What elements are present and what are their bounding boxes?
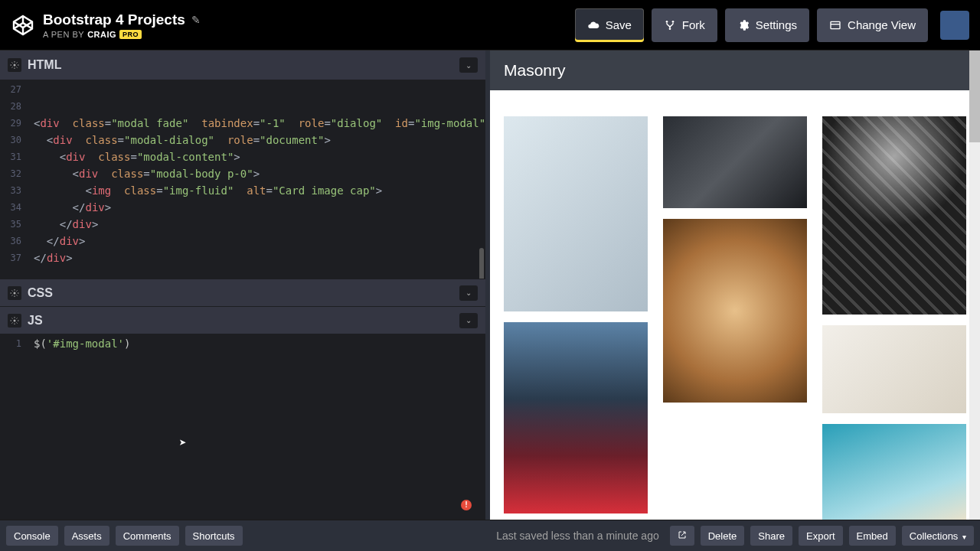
js-panel-header[interactable]: JS ⌄ <box>0 306 485 334</box>
masonry-image[interactable] <box>504 322 648 514</box>
gear-icon <box>737 19 750 31</box>
css-collapse-icon[interactable]: ⌄ <box>459 285 478 301</box>
fork-icon <box>664 19 676 31</box>
masonry-image[interactable] <box>822 424 966 520</box>
avatar[interactable] <box>940 11 969 40</box>
save-status: Last saved less than a minute ago <box>496 530 663 542</box>
masonry-grid <box>490 90 980 520</box>
css-panel-title: CSS <box>28 286 53 300</box>
svg-point-8 <box>14 64 16 67</box>
collections-label: Collections <box>910 530 959 542</box>
top-bar: Bootstrap 4 Projects ✎ A PEN BY Craig PR… <box>0 0 980 51</box>
codepen-logo[interactable] <box>11 13 35 37</box>
editor-column: HTML ⌄ 27 28 29 30 31 32 33 34 35 36 37 … <box>0 51 490 520</box>
delete-button[interactable]: Delete <box>701 526 745 546</box>
edit-title-icon[interactable]: ✎ <box>191 14 201 26</box>
js-panel-title: JS <box>28 314 43 328</box>
css-gear-icon[interactable] <box>8 286 21 300</box>
svg-point-4 <box>672 21 675 23</box>
js-code[interactable]: $('#img-modal') <box>34 335 479 352</box>
save-button[interactable]: Save <box>575 8 644 42</box>
masonry-image[interactable] <box>663 219 807 403</box>
js-line-numbers: 1 <box>0 334 26 520</box>
external-link-icon <box>678 530 687 540</box>
settings-label: Settings <box>756 18 797 31</box>
html-panel-title: HTML <box>28 58 61 72</box>
html-code[interactable]: <div class="modal fade" tabindex="-1" ro… <box>34 81 479 266</box>
svg-point-3 <box>666 21 668 23</box>
preview-scrollbar-thumb[interactable] <box>969 51 980 142</box>
comments-button[interactable]: Comments <box>116 526 179 546</box>
js-collapse-icon[interactable]: ⌄ <box>459 313 478 328</box>
js-gear-icon[interactable] <box>8 314 21 328</box>
assets-button[interactable]: Assets <box>64 526 109 546</box>
open-external-button[interactable] <box>670 526 694 546</box>
pen-title[interactable]: Bootstrap 4 Projects <box>43 11 185 28</box>
byline-prefix: A PEN BY <box>43 30 84 39</box>
workspace: HTML ⌄ 27 28 29 30 31 32 33 34 35 36 37 … <box>0 51 980 520</box>
console-button[interactable]: Console <box>6 526 58 546</box>
svg-point-5 <box>669 28 671 30</box>
view-icon <box>829 19 841 31</box>
settings-button[interactable]: Settings <box>725 8 809 42</box>
cloud-icon <box>587 19 599 31</box>
title-block: Bootstrap 4 Projects ✎ A PEN BY Craig PR… <box>43 11 201 39</box>
masonry-image[interactable] <box>822 116 966 315</box>
collections-button[interactable]: Collections ▾ <box>902 526 974 546</box>
chevron-down-icon: ▾ <box>962 533 966 541</box>
change-view-button[interactable]: Change View <box>817 8 928 42</box>
preview-pane: Masonry <box>490 51 980 520</box>
change-view-label: Change View <box>848 18 916 31</box>
share-button[interactable]: Share <box>750 526 792 546</box>
masonry-image[interactable] <box>822 325 966 413</box>
html-line-numbers: 27 28 29 30 31 32 33 34 35 36 37 <box>0 80 26 279</box>
top-actions: Save Fork Settings Change View <box>575 8 969 42</box>
error-indicator-icon[interactable]: ! <box>461 500 472 510</box>
footer-bar: Console Assets Comments Shortcuts Last s… <box>0 520 980 551</box>
scrollbar-thumb[interactable] <box>479 248 484 279</box>
preview-heading: Masonry <box>490 51 980 90</box>
preview-scrollbar[interactable] <box>969 51 980 520</box>
author-name[interactable]: Craig <box>87 30 116 39</box>
js-editor[interactable]: 1 $('#img-modal') ! ➤ <box>0 334 485 520</box>
html-panel-header[interactable]: HTML ⌄ <box>0 51 485 80</box>
css-panel-header[interactable]: CSS ⌄ <box>0 279 485 306</box>
fork-button[interactable]: Fork <box>652 8 717 42</box>
html-collapse-icon[interactable]: ⌄ <box>459 57 478 73</box>
masonry-image[interactable] <box>504 116 648 311</box>
svg-point-9 <box>14 292 16 294</box>
embed-button[interactable]: Embed <box>849 526 896 546</box>
save-label: Save <box>606 18 632 31</box>
export-button[interactable]: Export <box>799 526 843 546</box>
svg-rect-6 <box>831 21 840 28</box>
shortcuts-button[interactable]: Shortcuts <box>185 526 243 546</box>
html-editor[interactable]: 27 28 29 30 31 32 33 34 35 36 37 <div cl… <box>0 80 485 279</box>
masonry-image[interactable] <box>663 116 807 208</box>
pro-badge: PRO <box>119 30 142 39</box>
mouse-cursor-icon: ➤ <box>179 435 187 452</box>
codepen-logo-icon <box>11 14 34 37</box>
html-gear-icon[interactable] <box>8 58 21 72</box>
fork-label: Fork <box>682 18 705 31</box>
svg-point-10 <box>14 319 16 321</box>
